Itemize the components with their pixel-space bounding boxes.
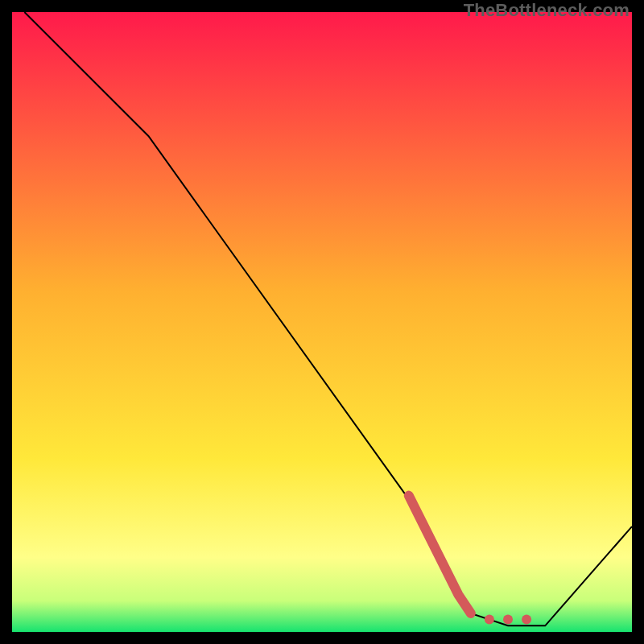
- bottleneck-chart: [12, 12, 632, 632]
- highlight-dots-group: [485, 615, 531, 625]
- gradient-background: [12, 12, 632, 632]
- highlight-dot: [522, 615, 531, 625]
- highlight-dot: [503, 615, 513, 625]
- highlight-dot: [485, 615, 494, 625]
- watermark-text: TheBottleneck.com: [464, 0, 630, 21]
